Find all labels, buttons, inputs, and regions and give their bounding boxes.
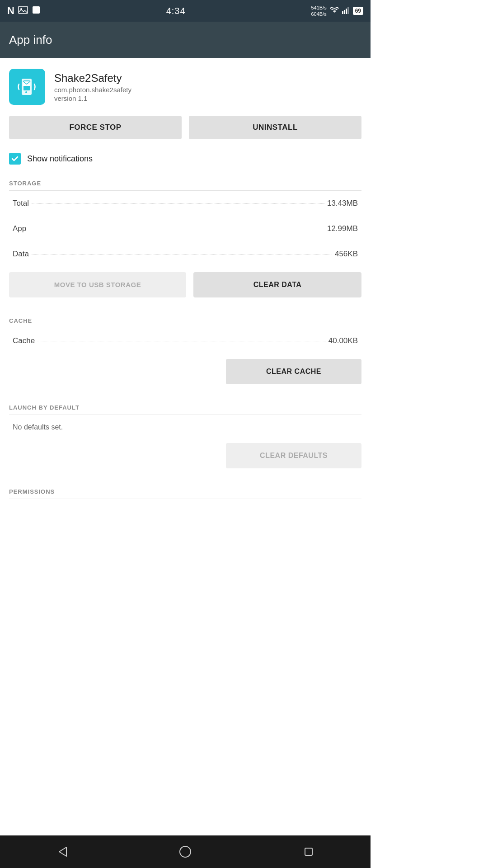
app-version: version 1.1	[54, 94, 131, 102]
battery-icon: 69	[353, 7, 363, 15]
storage-app-label: App	[13, 224, 26, 233]
image-icon	[18, 6, 28, 16]
app-package: com.photon.shake2safety	[54, 86, 131, 94]
cache-row: Cache 40.00KB	[0, 328, 371, 354]
square-icon	[32, 5, 41, 16]
total-dotted	[32, 203, 324, 204]
svg-rect-0	[19, 6, 28, 14]
cache-section-header: CACHE	[0, 308, 371, 328]
app-name: Shake2Safety	[54, 72, 131, 85]
bottom-nav	[0, 835, 371, 868]
show-notifications-row[interactable]: Show notifications	[0, 146, 371, 171]
storage-total-label: Total	[13, 199, 29, 208]
clear-defaults-button: CLEAR DEFAULTS	[226, 443, 361, 468]
notifications-checkbox[interactable]	[9, 153, 21, 165]
storage-app-value: 12.99MB	[327, 224, 358, 233]
launch-section-header: LAUNCH BY DEFAULT	[0, 395, 371, 415]
permissions-section-header: PERMISSIONS	[0, 479, 371, 499]
svg-rect-3	[342, 11, 343, 14]
uninstall-button[interactable]: UNINSTALL	[189, 116, 361, 139]
svg-point-9	[25, 91, 27, 93]
back-button[interactable]	[55, 844, 69, 859]
clear-data-button[interactable]: CLEAR DATA	[193, 272, 361, 297]
status-bar-time: 4:34	[166, 6, 186, 16]
force-stop-button[interactable]: FORCE STOP	[9, 116, 182, 139]
network-speed: 541B/s 604B/s	[311, 5, 326, 18]
storage-buttons: MOVE TO USB STORAGE CLEAR DATA	[9, 272, 361, 297]
app-identity: Shake2Safety com.photon.shake2safety ver…	[0, 58, 371, 116]
notifications-label: Show notifications	[27, 154, 93, 164]
cache-value: 40.00KB	[328, 336, 358, 345]
launch-defaults-text: No defaults set.	[0, 415, 371, 439]
launch-buttons: CLEAR DEFAULTS	[9, 443, 361, 468]
storage-section-header: STORAGE	[0, 171, 371, 190]
svg-rect-4	[344, 10, 345, 14]
storage-app-row: App 12.99MB	[0, 216, 371, 241]
svg-point-12	[180, 846, 191, 857]
app-dotted	[29, 229, 324, 229]
svg-marker-11	[59, 847, 66, 856]
move-to-usb-button: MOVE TO USB STORAGE	[9, 272, 186, 297]
app-details: Shake2Safety com.photon.shake2safety ver…	[54, 72, 131, 102]
clear-cache-button[interactable]: CLEAR CACHE	[226, 359, 361, 384]
storage-data-row: Data 456KB	[0, 241, 371, 267]
svg-rect-6	[347, 7, 349, 14]
storage-total-row: Total 13.43MB	[0, 191, 371, 216]
netflix-icon: N	[7, 5, 14, 17]
storage-data-value: 456KB	[335, 250, 358, 259]
storage-total-value: 13.43MB	[327, 199, 358, 208]
recents-button[interactable]	[301, 844, 316, 859]
status-bar: N 4:34 541B/s 604B/s	[0, 0, 371, 22]
wifi-icon	[329, 7, 339, 15]
content-area: Shake2Safety com.photon.shake2safety ver…	[0, 58, 371, 553]
page-title: App info	[9, 33, 52, 47]
app-icon	[9, 69, 45, 105]
signal-icon	[342, 7, 350, 15]
status-bar-left: N	[7, 5, 41, 17]
cache-label: Cache	[13, 336, 35, 345]
cache-dotted	[38, 341, 326, 341]
storage-data-label: Data	[13, 250, 29, 259]
app-header: App info	[0, 22, 371, 58]
svg-rect-2	[33, 6, 40, 14]
svg-rect-5	[346, 9, 347, 14]
svg-rect-13	[305, 848, 312, 855]
action-buttons: FORCE STOP UNINSTALL	[9, 116, 361, 139]
data-dotted	[32, 254, 332, 255]
home-button[interactable]	[178, 844, 192, 859]
status-bar-right: 541B/s 604B/s 69	[311, 5, 363, 18]
cache-buttons: CLEAR CACHE	[9, 359, 361, 384]
